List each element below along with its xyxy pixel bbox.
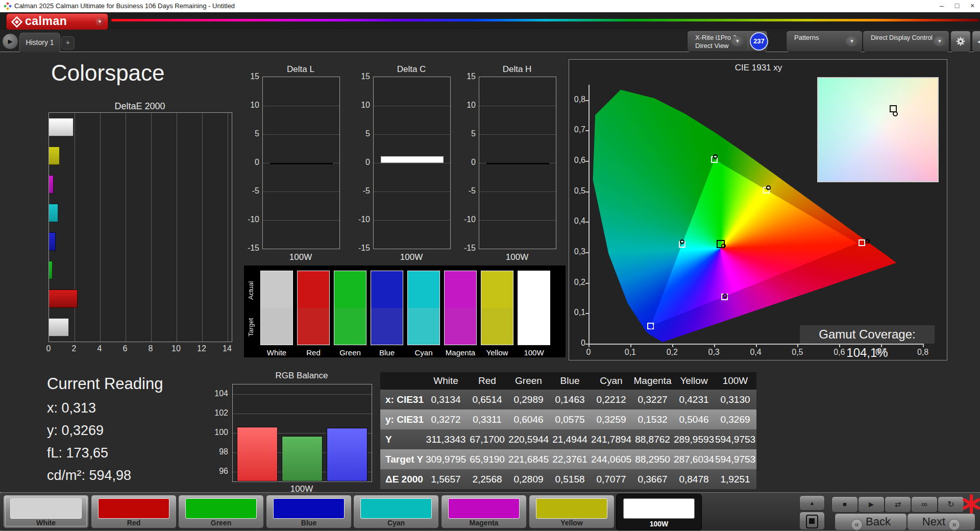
pattern-button-red[interactable]: Red bbox=[91, 495, 177, 528]
cie-marker-dot-red bbox=[865, 239, 870, 244]
actual-swatch bbox=[371, 271, 403, 308]
delta-y-tick: -5 bbox=[241, 186, 259, 196]
pattern-button-yellow[interactable]: Yellow bbox=[529, 495, 615, 528]
delta-y-tick: 0 bbox=[457, 158, 476, 167]
cie-y-tick: 0,4 bbox=[567, 216, 585, 226]
pattern-window-icon bbox=[806, 515, 818, 528]
delta-gridline bbox=[479, 220, 556, 221]
tab-history-1[interactable]: History 1 bbox=[19, 33, 60, 53]
maximize-button[interactable]: □ bbox=[949, 0, 965, 12]
delta-gridline bbox=[263, 191, 339, 192]
table-cell: 21,4944 bbox=[549, 429, 591, 449]
delta-chart-xlabel: 100W bbox=[373, 252, 450, 262]
next-label: Next bbox=[922, 515, 945, 528]
stop-button[interactable]: ■ bbox=[831, 496, 858, 513]
inset-measured-dot bbox=[893, 111, 898, 116]
cie-y-tick: 0,5 bbox=[567, 186, 585, 196]
chevron-down-icon[interactable]: ▼ bbox=[846, 36, 858, 46]
table-row-label: ΔE 2000 bbox=[380, 469, 425, 489]
deltae-bar-green bbox=[49, 261, 53, 279]
delta-chart-plot bbox=[262, 77, 340, 249]
table-column-header: 100W bbox=[715, 372, 756, 390]
collapse-panel-button[interactable]: ◀ bbox=[972, 31, 980, 52]
deltae-x-tick: 10 bbox=[168, 344, 184, 353]
pattern-button-green[interactable]: Green bbox=[178, 495, 264, 528]
patterns-dropdown[interactable]: Patterns ▼ bbox=[786, 31, 863, 52]
pattern-button-100w[interactable]: 100W bbox=[616, 494, 702, 530]
delta-gridline bbox=[479, 106, 556, 106]
pattern-window-button[interactable] bbox=[799, 512, 825, 530]
page-title: Colorspace bbox=[51, 60, 165, 86]
pattern-label: Green bbox=[179, 519, 263, 527]
meter-status-accent bbox=[689, 33, 692, 50]
table-cell: 0,3134 bbox=[425, 390, 467, 409]
deltae-x-tick: 8 bbox=[143, 344, 158, 353]
actual-row-label: Actual bbox=[247, 273, 255, 308]
cie-y-tickmark bbox=[585, 191, 589, 192]
play-button[interactable]: ▶ bbox=[858, 496, 885, 513]
pattern-button-white[interactable]: White bbox=[3, 495, 89, 528]
advance-read-button[interactable]: ⇄ bbox=[885, 496, 911, 513]
swatch-column-white: White bbox=[260, 271, 293, 345]
meter-mode: Direct View bbox=[695, 42, 737, 50]
target-row-label: Target bbox=[247, 309, 255, 345]
pattern-button-magenta[interactable]: Magenta bbox=[441, 495, 527, 528]
rgb-bar-blue bbox=[327, 428, 368, 481]
pattern-button-blue[interactable]: Blue bbox=[266, 495, 352, 528]
settings-button[interactable] bbox=[950, 31, 971, 52]
delta-y-tick: 5 bbox=[241, 129, 259, 138]
add-tab-button[interactable]: + bbox=[61, 36, 75, 50]
close-button[interactable]: × bbox=[965, 0, 980, 12]
swatch-column-label: Red bbox=[297, 348, 330, 357]
calman-logo-icon bbox=[11, 16, 22, 28]
actual-swatch bbox=[260, 271, 293, 308]
deltae-x-tick: 12 bbox=[194, 344, 209, 353]
cie-marker-dot-white bbox=[721, 244, 726, 248]
swatch-column-green: Green bbox=[334, 271, 366, 345]
display-control-dropdown[interactable]: Direct Display Control ▼ bbox=[863, 31, 949, 52]
cie-y-tickmark bbox=[585, 313, 589, 314]
stop-icon: ■ bbox=[843, 500, 847, 508]
pattern-swatch bbox=[623, 498, 695, 519]
pattern-swatch bbox=[448, 498, 520, 519]
table-cell: 0,3269 bbox=[715, 409, 756, 429]
table-cell: 0,7077 bbox=[591, 469, 632, 489]
back-button[interactable]: « Back bbox=[835, 513, 907, 530]
cie-x-tickmark bbox=[756, 344, 757, 347]
swatch-column-100w: 100W bbox=[518, 271, 550, 345]
cie-y-tick: 0,6 bbox=[567, 156, 585, 165]
meter-count-badge[interactable]: 237 bbox=[750, 32, 768, 51]
delta-y-tick: -15 bbox=[352, 244, 370, 253]
expand-pattern-tray-button[interactable]: ▲ bbox=[799, 495, 825, 511]
chevron-down-icon[interactable]: ▼ bbox=[934, 36, 946, 46]
table-cell: 0,3667 bbox=[632, 469, 673, 489]
cie-y-tick: 0,1 bbox=[567, 308, 585, 317]
continuous-read-button[interactable]: ∞ bbox=[911, 496, 938, 513]
play-arrow-icon: ▶ bbox=[8, 38, 12, 45]
next-button[interactable]: Next » bbox=[907, 513, 975, 530]
pattern-button-cyan[interactable]: Cyan bbox=[353, 495, 439, 528]
app-diamond-icon bbox=[4, 2, 12, 10]
actual-swatch bbox=[407, 271, 440, 308]
swatch-column-yellow: Yellow bbox=[481, 271, 513, 345]
chevron-down-icon[interactable]: ▼ bbox=[731, 36, 744, 46]
rgb-chart-plot bbox=[232, 384, 372, 482]
table-column-header: Yellow bbox=[673, 372, 715, 390]
cie-x-tickmark bbox=[797, 344, 798, 347]
rgb-y-tick: 104 bbox=[210, 389, 228, 398]
cie-x-tick: 0,1 bbox=[618, 348, 643, 357]
cie-y-tickmark bbox=[585, 130, 589, 131]
table-cell: 594,9753 bbox=[715, 429, 756, 449]
table-cell: 221,6845 bbox=[508, 449, 549, 469]
table-cell: 0,6514 bbox=[467, 390, 508, 409]
layout-flyout-button[interactable]: ▶ bbox=[2, 33, 18, 50]
loop-read-button[interactable]: ↻ bbox=[938, 496, 964, 513]
logo-dropdown-icon[interactable]: ▼ bbox=[95, 17, 104, 26]
calman-menu-button[interactable]: calman ▼ bbox=[6, 13, 108, 30]
loop-icon: ↻ bbox=[947, 500, 954, 509]
cie-x-tickmark bbox=[630, 344, 631, 347]
table-cell: 2,2568 bbox=[467, 469, 508, 489]
meter-dropdown[interactable]: X-Rite i1Pro 2 Direct View ▼ 237 bbox=[687, 31, 768, 52]
minimize-button[interactable]: – bbox=[934, 0, 949, 12]
table-cell: 287,6034 bbox=[673, 449, 715, 469]
